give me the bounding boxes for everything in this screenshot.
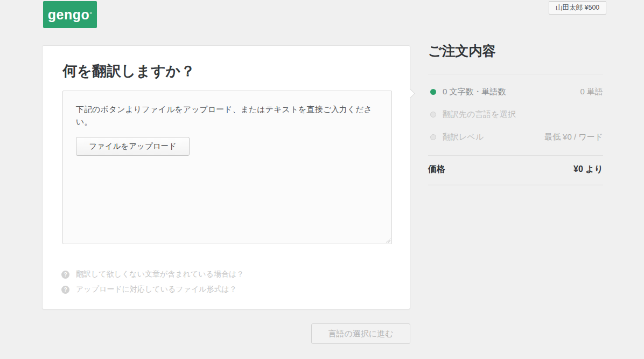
help-links: ? 翻訳して欲しくない文章が含まれている場合は？ ? アップロードに対応している… <box>61 267 244 297</box>
order-step-list: 0 文字数・単語数 0 単語 翻訳先の言語を選択 翻訳レベル 最低 ¥0 / ワ… <box>428 74 603 155</box>
registered-mark-icon: ° <box>89 11 92 18</box>
user-account-balance-button[interactable]: 山田太郎 ¥500 <box>549 1 606 15</box>
step-active-dot-icon <box>430 89 436 95</box>
step-pending-dot-icon <box>430 134 436 140</box>
price-label: 価格 <box>428 164 445 175</box>
proceed-to-language-selection-button[interactable]: 言語の選択に進む <box>311 323 410 344</box>
order-step-word-count: 0 文字数・単語数 0 単語 <box>428 80 603 103</box>
user-account-balance-label: 山田太郎 ¥500 <box>556 3 599 12</box>
order-step-label: 翻訳先の言語を選択 <box>443 109 516 120</box>
gengo-logo-text: gengo <box>48 8 90 22</box>
order-step-label: 翻訳レベル <box>443 132 484 142</box>
file-upload-button[interactable]: ファイルをアップロード <box>76 137 190 156</box>
divider <box>428 184 603 185</box>
order-page: gengo° 山田太郎 ¥500 何を翻訳しますか？ 下記のボタンよりファイルを… <box>0 0 644 359</box>
order-step-value: 最低 ¥0 / ワード <box>544 132 603 142</box>
help-link-label: アップロードに対応しているファイル形式は？ <box>76 285 237 294</box>
help-link-label: 翻訳して欲しくない文章が含まれている場合は？ <box>76 270 244 279</box>
question-mark-icon: ? <box>61 271 69 279</box>
price-value: ¥0 より <box>573 164 603 175</box>
step-pending-dot-icon <box>430 112 436 118</box>
order-step-value: 0 単語 <box>580 87 603 97</box>
price-row: 価格 ¥0 より <box>428 156 603 184</box>
order-step-translation-level: 翻訳レベル 最低 ¥0 / ワード <box>428 126 603 148</box>
page-title: 何を翻訳しますか？ <box>62 61 195 81</box>
order-step-label: 0 文字数・単語数 <box>443 87 506 97</box>
translation-source-card: 何を翻訳しますか？ 下記のボタンよりファイルをアップロード、またはテキストを直接… <box>42 45 410 309</box>
question-mark-icon: ? <box>61 286 69 294</box>
help-link-excluded-text[interactable]: ? 翻訳して欲しくない文章が含まれている場合は？ <box>61 267 244 282</box>
order-summary-panel: ご注文内容 0 文字数・単語数 0 単語 翻訳先の言語を選択 翻訳レベル 最低 … <box>428 42 603 185</box>
source-text-input-area[interactable]: 下記のボタンよりファイルをアップロード、またはテキストを直接ご入力ください。 フ… <box>62 91 392 244</box>
order-summary-title: ご注文内容 <box>428 42 603 59</box>
gengo-logo[interactable]: gengo° <box>43 1 97 28</box>
order-step-target-language: 翻訳先の言語を選択 <box>428 103 603 126</box>
resize-grip-icon[interactable] <box>386 238 390 243</box>
upload-instruction-text: 下記のボタンよりファイルをアップロード、またはテキストを直接ご入力ください。 <box>76 103 386 128</box>
step-pointer-arrow <box>405 88 415 98</box>
help-link-file-formats[interactable]: ? アップロードに対応しているファイル形式は？ <box>61 282 244 297</box>
